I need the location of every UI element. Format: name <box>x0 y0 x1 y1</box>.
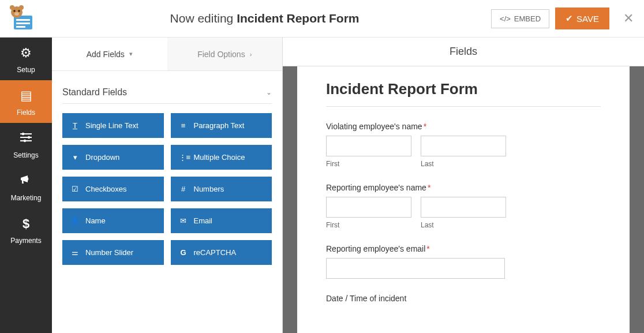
field-single-line-text[interactable]: TSingle Line Text <box>62 113 164 138</box>
tab-add-fields[interactable]: Add Fields ▾ <box>52 38 167 70</box>
field-multiple-choice[interactable]: ⋮≡Multiple Choice <box>171 145 272 170</box>
sidebar-nav: ⚙ Setup ▤ Fields Settings Marketing $ Pa… <box>0 38 52 333</box>
form-field-violating-name[interactable]: Violating employee's name* First Last <box>326 122 601 168</box>
last-name-input[interactable] <box>421 136 506 156</box>
nav-setup[interactable]: ⚙ Setup <box>0 38 52 80</box>
user-icon: 👤 <box>70 216 80 225</box>
svg-point-8 <box>10 5 14 10</box>
svg-rect-1 <box>16 19 30 21</box>
tab-field-options[interactable]: Field Options › <box>167 38 283 70</box>
code-icon: </> <box>500 14 511 23</box>
chevron-down-icon: ▾ <box>129 50 133 58</box>
form-title: Incident Report Form <box>326 80 601 98</box>
svg-point-15 <box>24 140 26 142</box>
field-label: Violating employee's name* <box>326 122 601 131</box>
paragraph-icon: ≡ <box>179 121 188 130</box>
sublabel-first: First <box>326 221 411 229</box>
chevron-down-icon: ⌄ <box>266 88 272 96</box>
field-dropdown[interactable]: ▾Dropdown <box>62 145 164 170</box>
svg-point-14 <box>28 136 30 139</box>
email-input[interactable] <box>326 258 505 279</box>
save-button[interactable]: ✔ SAVE <box>555 8 609 29</box>
field-recaptcha[interactable]: GreCAPTCHA <box>171 240 272 265</box>
google-icon: G <box>179 248 188 257</box>
bullhorn-icon <box>0 174 52 189</box>
field-checkboxes[interactable]: ☑Checkboxes <box>62 177 164 201</box>
dollar-icon: $ <box>0 216 52 231</box>
sublabel-last: Last <box>421 221 506 229</box>
field-name[interactable]: 👤Name <box>62 208 164 233</box>
field-paragraph-text[interactable]: ≡Paragraph Text <box>171 113 272 138</box>
form-field-reporting-name[interactable]: Reporting employee's name* First Last <box>326 183 601 229</box>
svg-point-13 <box>22 133 24 135</box>
svg-rect-3 <box>16 26 25 28</box>
preview-panel-header: Fields <box>283 38 644 66</box>
text-icon: T <box>70 121 80 130</box>
field-email[interactable]: ✉Email <box>171 208 272 233</box>
envelope-icon: ✉ <box>179 216 188 225</box>
list-icon: ▤ <box>0 88 52 103</box>
nav-settings[interactable]: Settings <box>0 123 52 166</box>
section-standard-fields[interactable]: Standard Fields ⌄ <box>62 81 272 104</box>
svg-point-9 <box>19 5 24 10</box>
svg-point-7 <box>14 12 19 16</box>
check-square-icon: ☑ <box>70 185 80 193</box>
field-number-slider[interactable]: ⚌Number Slider <box>62 240 164 265</box>
sublabel-first: First <box>326 160 411 168</box>
caret-square-icon: ▾ <box>70 153 80 162</box>
form-field-datetime[interactable]: Date / Time of incident <box>326 294 601 303</box>
chevron-right-icon: › <box>250 51 252 58</box>
check-icon: ✔ <box>566 13 573 24</box>
hashtag-icon: # <box>179 185 188 193</box>
close-icon[interactable]: ✕ <box>623 11 634 26</box>
embed-button[interactable]: </> EMBED <box>491 9 549 28</box>
field-label: Date / Time of incident <box>326 294 601 303</box>
last-name-input[interactable] <box>421 197 506 218</box>
sublabel-last: Last <box>421 160 506 168</box>
field-label: Reporting employee's email* <box>326 244 601 253</box>
nav-fields[interactable]: ▤ Fields <box>0 80 52 123</box>
nav-marketing[interactable]: Marketing <box>0 166 52 208</box>
sliders-icon: ⚌ <box>70 248 80 257</box>
nav-payments[interactable]: $ Payments <box>0 208 52 251</box>
gear-icon: ⚙ <box>0 46 52 61</box>
page-title: Now editing Incident Report Form <box>38 12 491 25</box>
form-field-reporting-email[interactable]: Reporting employee's email* <box>326 244 601 279</box>
svg-point-6 <box>18 10 20 12</box>
svg-point-5 <box>13 10 16 12</box>
field-label: Reporting employee's name* <box>326 183 601 192</box>
svg-rect-2 <box>16 23 30 24</box>
app-logo <box>5 5 38 32</box>
divider <box>326 106 601 107</box>
first-name-input[interactable] <box>326 136 411 156</box>
sliders-icon <box>0 131 52 146</box>
list-ul-icon: ⋮≡ <box>179 153 188 162</box>
field-numbers[interactable]: #Numbers <box>171 177 272 201</box>
first-name-input[interactable] <box>326 197 411 218</box>
form-preview-canvas[interactable]: Incident Report Form Violating employee'… <box>297 66 630 333</box>
